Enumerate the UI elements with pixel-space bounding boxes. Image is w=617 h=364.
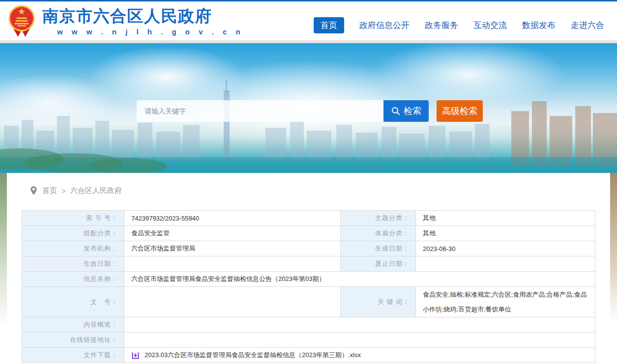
breadcrumb-home[interactable]: 首页 xyxy=(42,186,57,196)
value-info-name: 六合区市场监督管理局食品安全监督抽检信息公告（2023年第03期） xyxy=(124,272,595,287)
label-genre-category: 体裁分类： xyxy=(341,226,416,241)
label-abolition-date: 废止日期： xyxy=(341,256,416,272)
label-issuing-agency: 发布机构： xyxy=(22,241,124,256)
advanced-search-button[interactable]: 高级检索 xyxy=(437,100,483,122)
nav-item-interaction[interactable]: 互动交流 xyxy=(473,20,507,31)
background-image-left xyxy=(0,173,7,364)
nav-item-gov-info[interactable]: 政府信息公开 xyxy=(359,20,410,31)
info-table: 索 引 号： 742397932/2023-55940 主题分类： 其他 组配分… xyxy=(22,210,595,363)
breadcrumb: 首页 > 六合区人民政府 xyxy=(29,186,122,196)
national-emblem-logo xyxy=(7,4,36,38)
value-keywords: 食品安全;抽检;标准规定;六合区;食用农产品;合格产品;食品小作坊;烧鸡;百货超… xyxy=(416,287,595,317)
breadcrumb-separator: > xyxy=(61,187,66,195)
label-document-number: 文 号： xyxy=(22,287,124,317)
label-file-download: 文件下载： xyxy=(22,348,124,363)
nav-item-about[interactable]: 走进六合 xyxy=(571,20,604,31)
value-index-number: 742397932/2023-55940 xyxy=(124,211,341,226)
value-generation-date: 2023-06-30 xyxy=(416,241,595,256)
search-bar: 检索 高级检索 xyxy=(137,100,483,122)
content-card: 首页 > 六合区人民政府 索 引 号： 742397932/2023-55940… xyxy=(7,173,610,364)
site-title: 南京市六合区人民政府 xyxy=(42,6,244,26)
breadcrumb-current[interactable]: 六合区人民政府 xyxy=(70,186,122,196)
search-button[interactable]: 检索 xyxy=(383,100,429,122)
value-genre-category: 其他 xyxy=(416,226,595,241)
site-header: 南京市六合区人民政府 w w w . n j l h . g o v . c n… xyxy=(0,1,617,40)
value-document-number xyxy=(124,287,341,317)
download-file-name: 2023.03六合区市场监督管理局食品安全监督抽检信息（2023年第三期）.xl… xyxy=(145,351,361,360)
nav-item-services[interactable]: 政务服务 xyxy=(425,20,458,31)
search-icon xyxy=(391,106,401,116)
label-topic-category: 主题分类： xyxy=(341,211,416,226)
label-info-name: 信息名称： xyxy=(22,272,124,287)
value-issuing-agency: 六合区市场监督管理局 xyxy=(124,241,341,256)
value-file-download: 2023.03六合区市场监督管理局食品安全监督抽检信息（2023年第三期）.xl… xyxy=(124,348,595,363)
hero-banner: 检索 高级检索 xyxy=(0,43,617,173)
site-url: w w w . n j l h . g o v . c n xyxy=(57,28,244,36)
value-group-category: 食品安全监管 xyxy=(124,226,341,241)
value-content-overview xyxy=(124,317,595,333)
page: 南京市六合区人民政府 w w w . n j l h . g o v . c n… xyxy=(0,0,617,364)
value-topic-category: 其他 xyxy=(416,211,595,226)
label-index-number: 索 引 号： xyxy=(22,211,124,226)
search-button-label: 检索 xyxy=(404,105,421,117)
main-nav: 首页 政府信息公开 政务服务 互动交流 数据发布 走进六合 xyxy=(314,17,604,33)
label-online-link: 在线链接地址： xyxy=(22,333,124,348)
nav-item-data[interactable]: 数据发布 xyxy=(522,20,556,31)
location-pin-icon xyxy=(29,186,38,196)
label-generation-date: 生成日期： xyxy=(341,241,416,256)
label-content-overview: 内容概览： xyxy=(22,317,124,333)
nav-item-home[interactable]: 首页 xyxy=(314,17,344,33)
search-input[interactable] xyxy=(137,100,383,122)
label-effective-date: 生效日期： xyxy=(22,256,124,272)
label-keywords: 关 键 词： xyxy=(341,287,416,317)
download-file-link[interactable]: 2023.03六合区市场监督管理局食品安全监督抽检信息（2023年第三期）.xl… xyxy=(131,351,361,360)
value-abolition-date xyxy=(416,256,595,272)
download-icon xyxy=(131,351,140,360)
value-online-link xyxy=(124,333,595,348)
value-effective-date xyxy=(124,256,341,272)
label-group-category: 组配分类： xyxy=(22,226,124,241)
site-title-block: 南京市六合区人民政府 w w w . n j l h . g o v . c n xyxy=(42,6,244,36)
background-image-right xyxy=(610,173,617,364)
